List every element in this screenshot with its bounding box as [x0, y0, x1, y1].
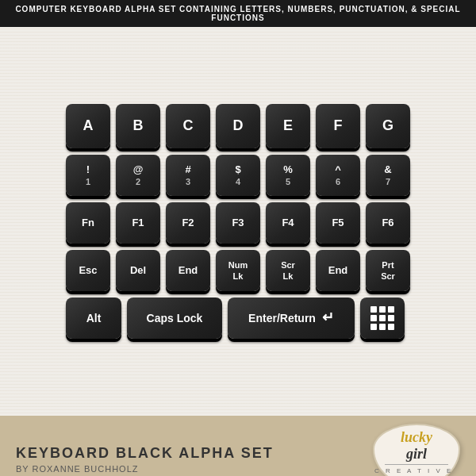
- key-f1[interactable]: F1: [116, 202, 160, 244]
- main-area: A B C D E F G !1 @2 #3 $4 %5: [0, 27, 476, 416]
- key-exclaim[interactable]: !1: [66, 155, 110, 196]
- key-C[interactable]: C: [166, 104, 210, 148]
- key-row-4: Esc Del End NumLk ScrLk End PrtScr: [66, 250, 410, 291]
- logo-creative-text: C R E A T I V E ™: [374, 467, 459, 476]
- key-at[interactable]: @2: [116, 155, 160, 196]
- key-row-5: Alt Caps Lock Enter/Return ↵: [66, 298, 405, 339]
- key-numlk[interactable]: NumLk: [216, 250, 260, 291]
- key-f4[interactable]: F4: [266, 202, 310, 244]
- key-row-1: A B C D E F G: [66, 104, 410, 148]
- key-grid[interactable]: [360, 298, 405, 339]
- key-prtscr[interactable]: PrtScr: [366, 250, 410, 291]
- key-percent[interactable]: %5: [266, 155, 310, 196]
- key-alt[interactable]: Alt: [66, 298, 121, 339]
- enter-label: Enter/Return: [248, 312, 316, 325]
- key-enter[interactable]: Enter/Return ↵: [228, 298, 355, 339]
- key-f6[interactable]: F6: [366, 202, 410, 244]
- key-row-3: Fn F1 F2 F3 F4 F5 F6: [66, 202, 410, 244]
- key-f3[interactable]: F3: [216, 202, 260, 244]
- key-end[interactable]: End: [166, 250, 210, 291]
- logo-badge: lucky girl C R E A T I V E ™: [373, 424, 460, 476]
- key-end2[interactable]: End: [316, 250, 360, 291]
- key-hash[interactable]: #3: [166, 155, 210, 196]
- key-caret[interactable]: ^6: [316, 155, 360, 196]
- bottom-bar: KEYBOARD BLACK ALPHA SET BY ROXANNE BUCH…: [0, 416, 476, 476]
- key-fn[interactable]: Fn: [66, 202, 110, 244]
- key-f2[interactable]: F2: [166, 202, 210, 244]
- key-D[interactable]: D: [216, 104, 260, 148]
- logo-girl-text: girl: [406, 446, 427, 463]
- key-f5[interactable]: F5: [316, 202, 360, 244]
- key-ampersand[interactable]: &7: [366, 155, 410, 196]
- key-del[interactable]: Del: [116, 250, 160, 291]
- logo-lucky-text: lucky: [401, 429, 432, 446]
- key-G[interactable]: G: [366, 104, 410, 148]
- key-F[interactable]: F: [316, 104, 360, 148]
- key-esc[interactable]: Esc: [66, 250, 110, 291]
- enter-arrow-icon: ↵: [322, 309, 334, 327]
- keyboard-container: A B C D E F G !1 @2 #3 $4 %5: [66, 104, 410, 339]
- key-dollar[interactable]: $4: [216, 155, 260, 196]
- key-E[interactable]: E: [266, 104, 310, 148]
- key-row-2: !1 @2 #3 $4 %5 ^6 &7: [66, 155, 410, 196]
- key-caps-lock[interactable]: Caps Lock: [127, 298, 222, 339]
- key-B[interactable]: B: [116, 104, 160, 148]
- key-scrlk[interactable]: ScrLk: [266, 250, 310, 291]
- top-banner: COMPUTER KEYBOARD ALPHA SET CONTAINING L…: [0, 0, 476, 27]
- key-A[interactable]: A: [66, 104, 110, 148]
